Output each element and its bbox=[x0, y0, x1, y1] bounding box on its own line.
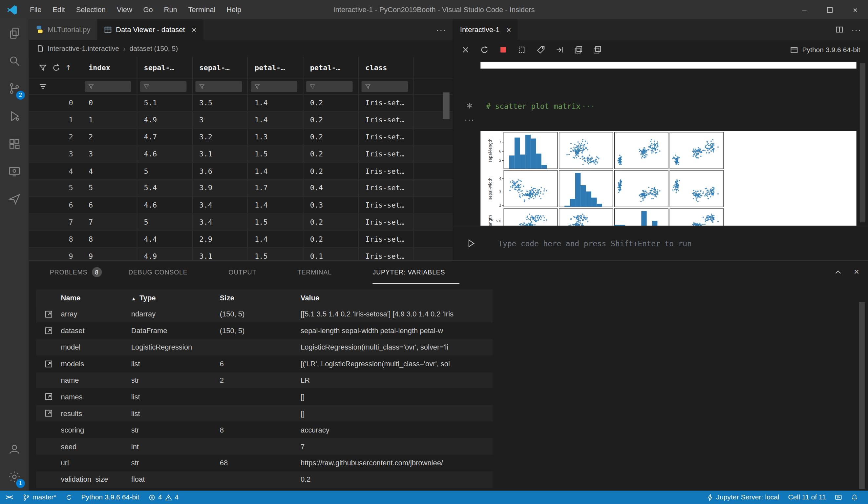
code-input[interactable] bbox=[498, 239, 868, 248]
run-debug-icon[interactable] bbox=[0, 102, 29, 130]
source-control-icon[interactable]: 2 bbox=[0, 75, 29, 102]
column-header-name[interactable]: Name bbox=[61, 293, 131, 302]
menu-item[interactable]: Help bbox=[221, 0, 247, 19]
menu-item[interactable]: Terminal bbox=[183, 0, 221, 19]
interrupt-kernel-icon[interactable] bbox=[499, 45, 508, 54]
table-row[interactable]: 8 8 4.4 2.9 1.4 0.2 Iris-set… bbox=[29, 231, 453, 248]
menu-item[interactable]: Edit bbox=[47, 0, 71, 19]
more-actions-icon[interactable]: ··· bbox=[851, 25, 861, 34]
restart-kernel-icon[interactable] bbox=[480, 45, 489, 54]
grid-column-header[interactable]: index bbox=[82, 57, 137, 79]
close-button[interactable]: × bbox=[843, 0, 868, 19]
open-in-data-viewer-icon[interactable] bbox=[36, 409, 61, 418]
menu-item[interactable]: Run bbox=[158, 0, 183, 19]
tab-interactive[interactable]: Interactive-1 × bbox=[454, 19, 518, 40]
menu-item[interactable]: Go bbox=[138, 0, 158, 19]
column-header-value[interactable]: Value bbox=[301, 293, 493, 302]
table-row[interactable]: 6 6 4.6 3.4 1.4 0.3 Iris-set… bbox=[29, 197, 453, 214]
close-panel-icon[interactable]: × bbox=[854, 267, 859, 277]
sync-indicator[interactable] bbox=[61, 491, 77, 504]
interactive-scrollbar-thumb[interactable] bbox=[860, 63, 865, 222]
open-in-data-viewer-icon[interactable] bbox=[36, 359, 61, 368]
grid-column-header[interactable]: petal-… bbox=[303, 57, 359, 79]
panel-tab[interactable]: DEBUG CONSOLE bbox=[128, 261, 202, 284]
minimize-button[interactable]: – bbox=[792, 0, 817, 19]
open-in-data-viewer-icon[interactable] bbox=[36, 326, 61, 335]
sort-ascending-icon[interactable]: ↑ bbox=[65, 64, 71, 72]
panel-tab[interactable]: OUTPUT bbox=[228, 261, 271, 284]
breadcrumb-item[interactable]: dataset (150, 5) bbox=[130, 45, 178, 52]
grid-column-header[interactable]: sepal-… bbox=[193, 57, 248, 79]
table-row[interactable]: 0 0 5.1 3.5 1.4 0.2 Iris-set… bbox=[29, 94, 453, 112]
collapse-cells-icon[interactable] bbox=[593, 45, 602, 54]
column-header-type[interactable]: ▲Type bbox=[131, 293, 220, 302]
filter-icon[interactable] bbox=[39, 64, 47, 72]
open-in-data-viewer-icon[interactable] bbox=[36, 310, 61, 319]
table-row[interactable]: 1 1 4.9 3 1.4 0.2 Iris-set… bbox=[29, 112, 453, 128]
tab-close-icon[interactable]: × bbox=[506, 25, 511, 34]
kernel-selector[interactable]: Python 3.9.6 64-bit bbox=[790, 45, 860, 54]
table-row[interactable]: 3 3 4.6 3.1 1.5 0.2 Iris-set… bbox=[29, 146, 453, 162]
panel-tab[interactable]: JUPYTER: VARIABLES bbox=[373, 261, 460, 284]
jupyter-server-indicator[interactable]: Jupyter Server: local bbox=[702, 491, 784, 504]
variable-row[interactable]: dataset DataFrame (150, 5) sepal-length … bbox=[36, 322, 493, 339]
column-header-size[interactable]: Size bbox=[220, 293, 301, 302]
menu-item[interactable]: Selection bbox=[71, 0, 111, 19]
grid-column-header[interactable]: sepal-… bbox=[137, 57, 193, 79]
grid-column-header[interactable]: petal-… bbox=[248, 57, 303, 79]
maximize-panel-icon[interactable] bbox=[834, 268, 842, 276]
screencast-indicator[interactable] bbox=[830, 491, 846, 504]
run-cell-icon[interactable] bbox=[466, 238, 476, 248]
more-actions-icon[interactable]: ··· bbox=[436, 25, 446, 34]
open-in-data-viewer-icon[interactable] bbox=[36, 392, 61, 401]
extensions-icon[interactable] bbox=[0, 130, 29, 157]
variable-row[interactable]: url str 68 https://raw.githubusercontent… bbox=[36, 455, 493, 471]
variable-row[interactable]: results list [] bbox=[36, 405, 493, 421]
variable-row[interactable]: scoring str 8 accuracy bbox=[36, 422, 493, 438]
variable-row[interactable]: array ndarray (150, 5) [[5.1 3.5 1.4 0.2… bbox=[36, 306, 493, 322]
code-cell-comment[interactable]: # scatter plot matrix··· bbox=[486, 102, 595, 111]
variable-row[interactable]: names list [] bbox=[36, 389, 493, 405]
variable-row[interactable]: validation_size float 0.2 bbox=[36, 471, 493, 487]
goto-source-icon[interactable] bbox=[555, 45, 564, 54]
grid-scrollbar-thumb[interactable] bbox=[443, 93, 450, 119]
variable-row[interactable]: name str 2 LR bbox=[36, 372, 493, 389]
table-row[interactable]: 4 4 5 3.6 1.4 0.2 Iris-set… bbox=[29, 162, 453, 180]
problems-indicator[interactable]: 4 4 bbox=[144, 491, 183, 504]
menu-item[interactable]: View bbox=[111, 0, 138, 19]
split-editor-icon[interactable] bbox=[836, 25, 844, 34]
menu-item[interactable]: File bbox=[24, 0, 47, 19]
table-row[interactable]: 9 9 4.9 3.1 1.5 0.1 Iris-set… bbox=[29, 248, 453, 260]
tab-close-icon[interactable]: × bbox=[192, 25, 197, 34]
settings-gear-icon[interactable]: 1 bbox=[0, 463, 29, 491]
expand-cells-icon[interactable] bbox=[574, 45, 583, 54]
remote-indicator[interactable]: >< bbox=[0, 491, 18, 504]
table-row[interactable]: 7 7 5 3.4 1.5 0.2 Iris-set… bbox=[29, 214, 453, 231]
explorer-icon[interactable] bbox=[0, 19, 29, 47]
maximize-button[interactable] bbox=[817, 0, 843, 19]
export-notebook-icon[interactable] bbox=[537, 45, 545, 54]
live-share-icon[interactable] bbox=[0, 185, 29, 213]
variable-row[interactable]: model LogisticRegression LogisticRegress… bbox=[36, 339, 493, 356]
table-row[interactable]: 2 2 4.7 3.2 1.3 0.2 Iris-set… bbox=[29, 128, 453, 146]
panel-scrollbar-thumb[interactable] bbox=[859, 302, 865, 489]
notifications-indicator[interactable] bbox=[846, 491, 862, 504]
table-row[interactable]: 5 5 5.4 3.9 1.7 0.4 Iris-set… bbox=[29, 180, 453, 197]
cell-marker-icon[interactable] bbox=[466, 102, 474, 109]
remote-explorer-icon[interactable] bbox=[0, 158, 29, 185]
grid-column-header[interactable]: class bbox=[359, 57, 414, 79]
refresh-icon[interactable] bbox=[52, 64, 60, 72]
folded-code-dots[interactable]: ··· bbox=[581, 102, 595, 111]
panel-tab[interactable]: TERMINAL bbox=[297, 261, 346, 284]
breadcrumb-file[interactable]: Interactive-1.interactive bbox=[48, 45, 119, 52]
accounts-icon[interactable] bbox=[0, 435, 29, 463]
interpreter-indicator[interactable]: Python 3.9.6 64-bit bbox=[77, 491, 144, 504]
clear-filters-icon[interactable] bbox=[39, 82, 47, 91]
variable-row[interactable]: models list 6 [('LR', LogisticRegression… bbox=[36, 356, 493, 372]
panel-tab[interactable]: PROBLEMS 8 bbox=[50, 261, 102, 284]
variable-explorer-icon[interactable] bbox=[517, 45, 526, 54]
cell-more-actions-icon[interactable]: ··· bbox=[464, 115, 474, 125]
search-icon[interactable] bbox=[0, 47, 29, 74]
branch-indicator[interactable]: master* bbox=[18, 491, 61, 504]
tab-data-viewer[interactable]: Data Viewer - dataset × bbox=[97, 19, 204, 40]
